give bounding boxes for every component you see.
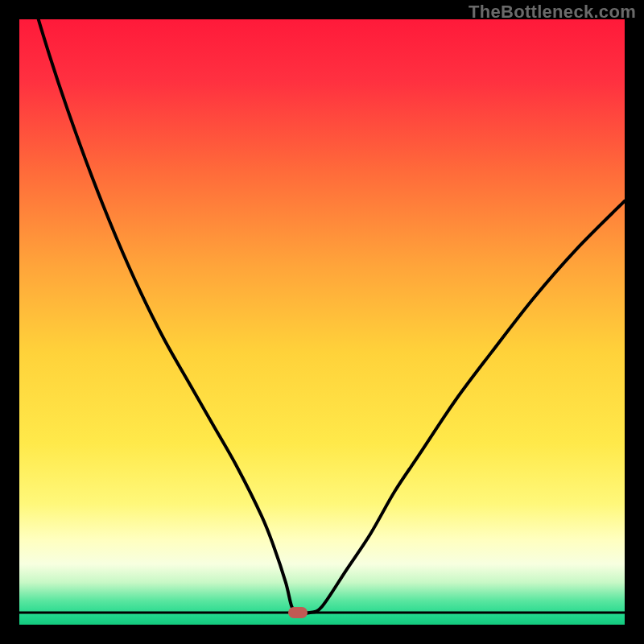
chart-svg [19,19,625,625]
gradient-background [19,19,625,625]
plot-area [19,19,625,625]
chart-frame: TheBottleneck.com [0,0,644,644]
optimal-point-marker [288,607,308,618]
